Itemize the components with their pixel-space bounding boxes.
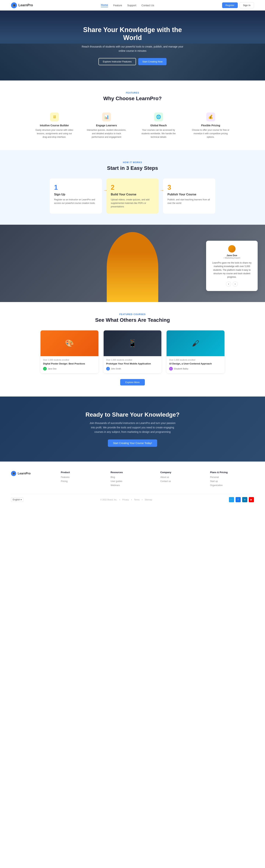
author-avatar-1: J	[43, 367, 47, 371]
footer-link-startup[interactable]: Start up	[210, 480, 254, 483]
course-enrolled-3: Over 1,500 students enrolled	[169, 359, 222, 361]
footer-plans-title: Plans & Pricing	[210, 471, 254, 474]
course-info-2: Over 1,500 students enrolled Prototype Y…	[104, 356, 162, 373]
footer-logo-column: 🎓 LearnPro	[11, 471, 55, 488]
feature-desc-3: Your courses can be accessed by students…	[138, 128, 179, 139]
step-desc-1: Register as an instructor on LearnPro an…	[54, 198, 98, 205]
step-arrow-1: →	[103, 188, 107, 193]
feature-title-4: Flexible Pricing	[191, 124, 231, 127]
feature-card-1: 🖥 Intuitive Course Builder Easily struct…	[31, 109, 77, 143]
nav-logo[interactable]: 🎓 LearnPro	[11, 2, 33, 8]
step-title-2: Build Your Course	[111, 193, 154, 196]
footer: 🎓 LearnPro Product Features Pricing Reso…	[0, 462, 265, 506]
step-card-1: 1 Sign Up Register as an instructor on L…	[50, 179, 102, 214]
testimonial-section: Jane Doe • Marketing Expert LearnPro gav…	[0, 225, 265, 302]
testimonial-role-text: Marketing Expert	[225, 257, 240, 259]
step-number-3: 3	[167, 184, 211, 191]
cta-title: Ready to Share Your Knowledge?	[11, 411, 254, 418]
courses-section: Featured Courses See What Others Are Tea…	[0, 302, 265, 397]
facebook-icon[interactable]: f	[236, 497, 241, 502]
feature-title-3: Global Reach	[138, 124, 179, 127]
testimonial-navigation: ‹ ›	[210, 281, 253, 286]
author-name-2: John Smith	[111, 368, 121, 370]
footer-col-plans: Plans & Pricing Personal Start up Organi…	[210, 471, 254, 488]
footer-top: 🎓 LearnPro Product Features Pricing Reso…	[11, 471, 254, 488]
courses-grid: 🎨 Over 1,500 students enrolled Digital P…	[40, 331, 225, 373]
footer-link-organization[interactable]: Organization	[210, 484, 254, 487]
hero-title: Share Your Knowledge with the World	[81, 26, 184, 42]
footer-company-title: Company	[160, 471, 204, 474]
explore-instructor-button[interactable]: Explore Instructor Features	[98, 58, 136, 65]
feature-desc-4: Choose to offer your course for free or …	[191, 128, 231, 139]
footer-link-features[interactable]: Features	[61, 476, 104, 478]
signin-button[interactable]: Sign In	[240, 2, 254, 8]
global-reach-icon: 🌐	[154, 113, 163, 121]
feature-card-3: 🌐 Global Reach Your courses can be acces…	[135, 109, 181, 143]
explore-more-button[interactable]: Explore More	[120, 379, 145, 385]
footer-link-blog[interactable]: Blog	[110, 476, 155, 478]
footer-link-user-guides[interactable]: User guides	[110, 480, 155, 483]
cta-button[interactable]: Start Creating Your Course Today!	[108, 439, 157, 447]
course-enrolled-1: Over 1,500 students enrolled	[43, 359, 96, 361]
terms-link[interactable]: Terms	[134, 499, 139, 501]
footer-link-pricing[interactable]: Pricing	[61, 480, 104, 483]
course-card-1: 🎨 Over 1,500 students enrolled Digital P…	[40, 331, 98, 373]
footer-bottom: English ▾ © 2022 Brand, Inc. • Privacy •…	[11, 494, 254, 502]
course-title-2: Prototype Your First Mobile Application	[106, 362, 159, 365]
nav-actions: Register Sign In	[222, 2, 254, 8]
course-title-1: Digital Poster Design: Best Practices	[43, 362, 96, 365]
course-info-3: Over 1,500 students enrolled UI Design, …	[167, 356, 225, 373]
footer-link-webinars[interactable]: Webinars	[110, 484, 155, 487]
step-number-2: 2	[111, 184, 154, 191]
footer-product-title: Product	[61, 471, 104, 474]
course-info-1: Over 1,500 students enrolled Digital Pos…	[40, 356, 98, 373]
course-card-2: 📱 Over 1,500 students enrolled Prototype…	[104, 331, 162, 373]
start-creating-button[interactable]: Start Creating Now	[138, 58, 167, 65]
privacy-link[interactable]: Privacy	[122, 499, 129, 501]
language-dropdown[interactable]: English ▾	[11, 497, 23, 502]
footer-link-about[interactable]: About us	[160, 476, 204, 478]
footer-col-product: Product Features Pricing	[61, 471, 104, 488]
step-desc-2: Upload videos, create quizzes, and add s…	[111, 198, 154, 209]
person-image	[107, 232, 158, 302]
footer-logo-text: LearnPro	[18, 472, 31, 475]
features-section: Features Why Choose LearnPro? 🖥 Intuitiv…	[0, 81, 265, 150]
footer-legal: © 2022 Brand, Inc. • Privacy • Terms • S…	[100, 499, 152, 501]
nav-link-home[interactable]: Home	[101, 3, 108, 7]
logo-text: LearnPro	[19, 3, 33, 7]
features-grid: 🖥 Intuitive Course Builder Easily struct…	[31, 109, 234, 143]
testimonial-text: LearnPro gave me the tools to share my m…	[210, 261, 253, 279]
register-button[interactable]: Register	[222, 2, 238, 8]
engage-learners-icon: 📊	[102, 113, 111, 121]
testimonial-avatar	[228, 245, 236, 252]
author-avatar-2: J	[106, 367, 110, 371]
footer-link-contact[interactable]: Contact us	[160, 480, 204, 483]
hero-section: Share Your Knowledge with the World Reac…	[0, 10, 265, 81]
navbar: 🎓 LearnPro Home Feature Support Contact …	[0, 0, 265, 10]
testimonial-next-button[interactable]: ›	[233, 281, 238, 286]
step-desc-3: Publish, and start teaching learners fro…	[167, 198, 211, 205]
linkedin-icon[interactable]: in	[242, 497, 247, 502]
footer-col-resources: Resources Blog User guides Webinars	[110, 471, 155, 488]
nav-link-contact[interactable]: Contact Us	[141, 4, 154, 7]
how-title: Start in 3 Easy Steps	[11, 165, 254, 171]
footer-logo: 🎓 LearnPro	[11, 471, 31, 476]
explore-button-wrapper: Explore More	[11, 379, 254, 385]
nav-link-support[interactable]: Support	[127, 4, 136, 7]
course-title-3: UI Design, a User-Centered Approach	[169, 362, 222, 365]
nav-link-feature[interactable]: Feature	[113, 4, 122, 7]
step-arrow-2: →	[160, 188, 164, 193]
footer-col-company: Company About us Contact us	[160, 471, 204, 488]
twitter-icon[interactable]: 🐦	[229, 497, 234, 502]
testimonial-card: Jane Doe • Marketing Expert LearnPro gav…	[206, 241, 258, 291]
hero-subtitle: Reach thousands of students with our pow…	[81, 44, 184, 53]
feature-title-2: Engage Learners	[86, 124, 127, 127]
footer-link-personal[interactable]: Personal	[210, 476, 254, 478]
sitemap-link[interactable]: Sitemap	[145, 499, 152, 501]
author-avatar-3: E	[169, 367, 173, 371]
youtube-icon[interactable]: ▶	[249, 497, 254, 502]
step-title-1: Sign Up	[54, 193, 98, 196]
course-card-3: 🖌 Over 1,500 students enrolled UI Design…	[167, 331, 225, 373]
testimonial-prev-button[interactable]: ‹	[226, 281, 231, 286]
feature-desc-2: Interactive quizzes, student discussions…	[86, 128, 127, 139]
